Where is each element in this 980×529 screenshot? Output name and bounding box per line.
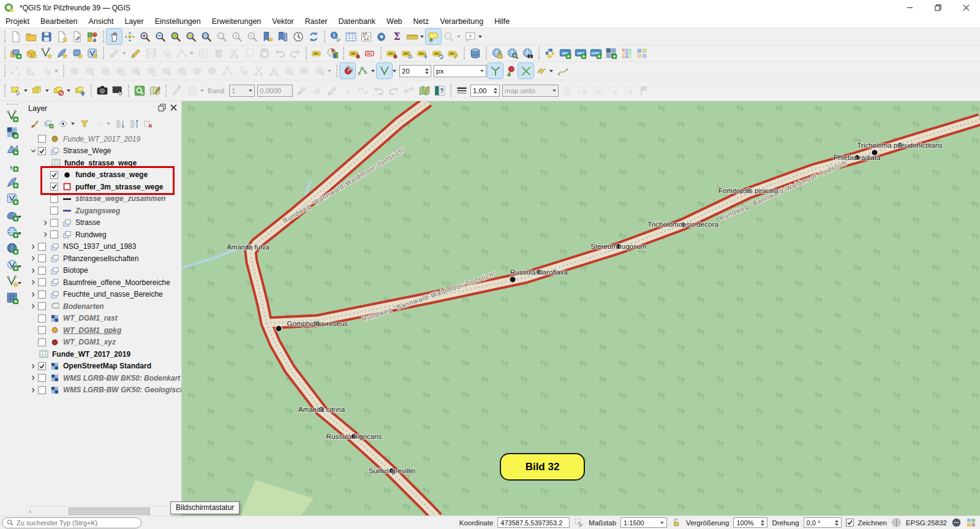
zoom-last-button[interactable]	[229, 29, 244, 44]
osm-search-button[interactable]	[132, 83, 147, 98]
open-layer-styling-panel-button[interactable]	[28, 118, 41, 131]
layer-checkbox[interactable]	[38, 374, 46, 382]
expander-icon[interactable]	[28, 256, 38, 261]
snapping-type-button[interactable]	[355, 63, 371, 78]
zoom-full-extent-button[interactable]	[168, 29, 183, 44]
expander-icon[interactable]	[28, 363, 38, 369]
close-panel-icon[interactable]	[170, 104, 178, 113]
copy-move-feature-button[interactable]	[82, 63, 97, 78]
raster-value-picker-button[interactable]	[169, 83, 184, 98]
layer-item-baumfreie-offene-moorbereiche[interactable]: Baumfreie_offene_Moorbereiche	[24, 276, 181, 289]
trim-extend-dropdown-icon[interactable]	[328, 70, 331, 72]
copy-features-button[interactable]	[241, 46, 257, 61]
vertex-tool-button[interactable]	[174, 46, 189, 61]
open-project-button[interactable]	[23, 29, 39, 44]
layer-item-wt-dgm1-xyz[interactable]: WT_DGM1_xyz	[24, 337, 181, 349]
layer-item-strasse-wege-zusammen[interactable]: strasse_wege_zusammen	[24, 193, 181, 205]
select-features-by-value-button[interactable]	[29, 83, 45, 98]
serval-undo-button[interactable]	[371, 83, 386, 98]
open-data-source-manager-button[interactable]	[8, 46, 23, 61]
current-edits-dropdown-icon[interactable]	[123, 52, 126, 55]
layer-labeling-button[interactable]: abc	[309, 46, 325, 61]
deselect-features-button[interactable]	[51, 83, 66, 98]
wms-search-button[interactable]	[505, 46, 520, 61]
pan-map-button[interactable]	[107, 29, 122, 44]
layer-item-funde-wt-2017-2019[interactable]: Funde_WT_2017_2019	[24, 133, 181, 145]
expander-icon[interactable]	[40, 232, 50, 237]
crs-icon[interactable]	[891, 517, 902, 528]
magnifier-field[interactable]	[733, 517, 767, 528]
add-geopackage-layer-button[interactable]	[5, 191, 20, 207]
text-annotation-dropdown-icon[interactable]	[478, 36, 482, 38]
add-spatialite-layer-button[interactable]	[5, 175, 20, 190]
snap-tolerance[interactable]: 20	[399, 65, 431, 77]
rotate-label-button[interactable]: abc	[430, 46, 445, 61]
new-bookmark-button[interactable]	[260, 29, 275, 44]
menu-projekt[interactable]: Projekt	[0, 16, 35, 27]
layer-item-feuchte-und-nasse-bereiche[interactable]: Feuchte_und_nasse_Bereiche	[24, 289, 181, 301]
layer-checkbox[interactable]	[38, 302, 46, 310]
deselect-features-dropdown-icon[interactable]	[67, 89, 70, 92]
layer-checkbox[interactable]	[38, 147, 46, 155]
expander-icon[interactable]	[28, 280, 38, 285]
zoom-native-button[interactable]: 1:1	[214, 29, 229, 44]
snapping-type-dropdown-icon[interactable]	[371, 70, 375, 72]
layer-item-funde-strasse-wege[interactable]: funde_strasse_wege	[24, 169, 181, 181]
zoom-next-button[interactable]	[244, 29, 260, 44]
raster-color-swatch-dropdown-icon[interactable]	[200, 89, 204, 92]
new-virtual-layer-button[interactable]	[69, 46, 85, 61]
flag-tool-button[interactable]	[636, 83, 652, 98]
enable-snapping-button[interactable]	[340, 63, 355, 78]
select-features-dropdown-icon[interactable]	[24, 89, 28, 92]
merge-features-button[interactable]	[266, 63, 281, 78]
layer-checkbox[interactable]	[50, 171, 58, 179]
reshape-features-button[interactable]	[220, 63, 235, 78]
enable-tracing-button[interactable]	[555, 63, 570, 78]
change-label-properties-button[interactable]: abc	[445, 46, 461, 61]
select-rectangle-button[interactable]	[575, 83, 590, 98]
toggle-editing-button[interactable]	[128, 46, 143, 61]
maptiler-button[interactable]	[619, 46, 634, 61]
rotation-field[interactable]	[804, 517, 842, 528]
layer-item-puffer-3m-strasse-wege[interactable]: puffer_3m_strasse_wege	[24, 181, 181, 193]
layer-checkbox[interactable]	[50, 230, 58, 238]
menu-netz[interactable]: Netz	[408, 16, 435, 27]
map-capture-button[interactable]	[110, 83, 125, 98]
layer-checkbox[interactable]	[50, 183, 58, 191]
layer-item-strasse[interactable]: Strasse	[24, 217, 181, 229]
add-group-button[interactable]	[42, 118, 55, 131]
cad-floater-dropdown-icon[interactable]	[55, 70, 58, 72]
select-by-location-button[interactable]	[72, 83, 88, 98]
add-virtual-layer-button[interactable]	[5, 291, 20, 306]
layer-item-zugangsweg[interactable]: Zugangsweg	[24, 205, 181, 217]
snap-to-segment-dropdown-icon[interactable]	[393, 70, 396, 72]
width-units[interactable]: map units	[502, 85, 559, 97]
self-snapping-button[interactable]	[533, 63, 549, 78]
add-raster-layer-button[interactable]	[5, 125, 20, 140]
menu-ansicht[interactable]: Ansicht	[83, 16, 119, 27]
snapping-on-intersection-button[interactable]	[518, 63, 533, 78]
layer-checkbox[interactable]	[38, 254, 46, 262]
menu-raster[interactable]: Raster	[300, 16, 333, 27]
restore-button[interactable]	[924, 0, 952, 15]
expander-icon[interactable]	[28, 303, 38, 309]
layer-checkbox[interactable]	[50, 207, 58, 215]
rotate-point-symbols-button[interactable]	[281, 63, 296, 78]
save-layer-edits-button[interactable]	[143, 46, 159, 61]
add-part-button[interactable]	[143, 63, 159, 78]
cut-features-button[interactable]	[226, 46, 241, 61]
map-tips-button[interactable]	[426, 29, 441, 44]
menu-vektor[interactable]: Vektor	[266, 16, 299, 27]
magnifier-input[interactable]	[736, 519, 759, 527]
manage-map-themes-dropdown-icon[interactable]	[71, 123, 75, 125]
topological-editing-button[interactable]	[488, 63, 503, 78]
add-feature-button[interactable]	[159, 46, 174, 61]
split-features-button[interactable]	[235, 63, 251, 78]
metasearch-catalog-button[interactable]	[489, 46, 505, 61]
select-freehand-button[interactable]	[606, 83, 621, 98]
avoid-overlap-button[interactable]	[503, 63, 518, 78]
raster-eraser-button[interactable]	[309, 83, 325, 98]
scale-combo[interactable]: 1:1500	[620, 517, 667, 528]
new-spatialite-button[interactable]	[54, 46, 69, 61]
collapse-all-button[interactable]	[127, 118, 140, 131]
